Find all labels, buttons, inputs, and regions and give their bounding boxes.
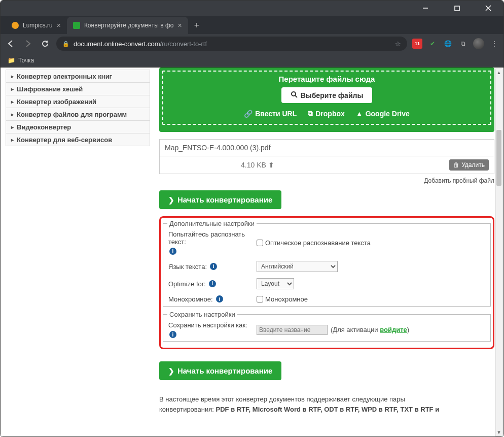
monochrome-label: Монохромное: [168, 295, 213, 303]
folder-icon: 📁 [8, 57, 15, 64]
info-icon[interactable]: i [169, 331, 176, 338]
main-panel: Перетащите файлы сюда Выберите файлы 🔗Вв… [150, 68, 503, 437]
start-conversion-button-top[interactable]: ❯Начать конвертирование [159, 190, 281, 209]
close-button[interactable] [477, 1, 499, 15]
save-name-input[interactable] [257, 325, 328, 335]
tab-lumpics[interactable]: Lumpics.ru × [6, 17, 67, 34]
url-path: /ru/convert-to-rtf [160, 40, 207, 48]
close-icon[interactable]: × [178, 21, 182, 29]
add-trial-row: Добавить пробный файл [159, 177, 494, 184]
svg-rect-1 [455, 6, 459, 11]
info-icon[interactable]: i [209, 280, 216, 287]
menu-icon[interactable]: ⋮ [489, 39, 499, 49]
new-tab-button[interactable]: + [194, 20, 200, 31]
info-icon[interactable]: i [216, 295, 223, 302]
back-button[interactable] [5, 38, 17, 50]
sidebar-item-label: Шифрование хешей [17, 85, 83, 93]
dropzone-inner: Перетащите файлы сюда Выберите файлы 🔗Вв… [162, 71, 491, 125]
file-size: 4.10 KB⬆ [241, 161, 274, 169]
row-save-settings: Сохранить настройки как: i (Для активаци… [163, 318, 490, 341]
reading-list-icon[interactable]: ⧉ [458, 39, 468, 49]
url-domain: document.online-convert.com [74, 40, 160, 48]
favicon-icon [73, 22, 80, 29]
bookmark-star-icon[interactable]: ☆ [395, 40, 401, 48]
file-name: Map_ENTSO-E-4.000.000 (3).pdf [159, 139, 494, 156]
ocr-checkbox[interactable] [257, 240, 263, 246]
optimize-select[interactable]: Layout [257, 278, 294, 289]
sidebar-item-label: Конвертер электронных книг [17, 73, 112, 80]
sidebar: ▸Конвертер электронных книг ▸Шифрование … [1, 68, 150, 437]
maximize-button[interactable] [446, 1, 468, 15]
delete-file-button[interactable]: 🗑Удалить [449, 159, 489, 171]
sidebar-item-video[interactable]: ▸Видеоконвертер [6, 120, 150, 133]
info-icon[interactable]: i [169, 248, 176, 255]
chevron-right-icon: ▸ [11, 137, 14, 143]
sidebar-item-webservice[interactable]: ▸Конвертер для веб-сервисов [6, 133, 150, 146]
scrollbar[interactable]: ▲ ▼ [495, 69, 502, 436]
url-input[interactable]: 🔒 document.online-convert.com/ru/convert… [56, 37, 407, 51]
forward-button[interactable] [22, 38, 34, 50]
chevron-right-icon: ❯ [168, 196, 174, 204]
extension-check-icon[interactable]: ✔ [427, 39, 438, 49]
fieldset-legend: Сохранить настройки [167, 311, 237, 318]
google-drive-link[interactable]: ▲Google Drive [356, 109, 410, 118]
sidebar-item-hash[interactable]: ▸Шифрование хешей [6, 82, 150, 95]
sidebar-item-label: Конвертер изображений [17, 98, 96, 106]
sidebar-item-software[interactable]: ▸Конвертер файлов для программ [6, 108, 150, 121]
row-optimize: Optimize for: i Layout [163, 275, 490, 292]
enter-url-link[interactable]: 🔗Ввести URL [244, 109, 297, 118]
svg-point-4 [292, 92, 296, 96]
google-drive-icon: ▲ [356, 110, 363, 118]
search-icon [291, 91, 298, 99]
language-select[interactable]: Английский [257, 261, 338, 272]
tab-label: Lumpics.ru [23, 22, 53, 29]
info-icon[interactable]: i [210, 263, 217, 270]
choose-files-button[interactable]: Выберите файлы [281, 87, 373, 103]
chevron-right-icon: ❯ [168, 367, 174, 375]
close-icon[interactable]: × [57, 21, 61, 29]
profile-avatar[interactable] [473, 38, 484, 49]
scroll-up-icon[interactable]: ▲ [496, 69, 502, 76]
dropzone[interactable]: Перетащите файлы сюда Выберите файлы 🔗Вв… [159, 68, 494, 132]
dropbox-link[interactable]: ⧉Dropbox [308, 109, 345, 118]
page-content: ▸Конвертер электронных книг ▸Шифрование … [1, 68, 503, 437]
scroll-thumb[interactable] [496, 130, 501, 186]
chevron-right-icon: ▸ [11, 99, 14, 105]
upload-icon: ⬆ [268, 161, 274, 169]
dropbox-icon: ⧉ [308, 109, 313, 118]
monochrome-checkbox-label: Монохромное [265, 295, 308, 303]
window-titlebar [1, 1, 503, 16]
sidebar-item-label: Видеоконвертер [17, 123, 71, 131]
address-bar: 🔒 document.online-convert.com/ru/convert… [1, 34, 503, 53]
scroll-down-icon[interactable]: ▼ [496, 429, 502, 436]
start-conversion-button-bottom[interactable]: ❯Начать конвертирование [159, 361, 281, 380]
chevron-right-icon: ▸ [11, 124, 14, 130]
sidebar-item-ebook[interactable]: ▸Конвертер электронных книг [6, 70, 150, 83]
tab-label: Конвертируйте документы в фо [84, 22, 174, 29]
ocr-checkbox-label: Оптическое распознавание текста [265, 239, 371, 247]
login-link[interactable]: войдите [380, 326, 407, 333]
bookmark-item[interactable]: Точка [18, 57, 34, 64]
extension-badge[interactable]: 11 [412, 39, 422, 49]
tab-convert[interactable]: Конвертируйте документы в фо × [67, 17, 188, 34]
optimize-label: Optimize for: [168, 280, 206, 288]
minimize-button[interactable] [414, 1, 437, 15]
settings-highlight: Дополнительные настройки Попытайтесь рас… [159, 216, 494, 349]
monochrome-checkbox[interactable] [257, 296, 263, 302]
save-after-text: (Для активации войдите) [331, 326, 409, 333]
row-monochrome: Монохромное: i Монохромное [163, 292, 490, 306]
add-trial-link[interactable]: Добавить пробный файл [424, 177, 494, 184]
save-settings-fieldset: Сохранить настройки Сохранить настройки … [163, 311, 491, 342]
sidebar-item-label: Конвертер файлов для программ [17, 111, 127, 118]
trash-icon: 🗑 [453, 161, 459, 169]
chevron-right-icon: ▸ [11, 74, 14, 79]
extension-globe-icon[interactable]: 🌐 [443, 39, 453, 49]
svg-line-5 [295, 95, 297, 97]
row-ocr: Попытайтесь распознать текст: i Оптическ… [163, 227, 490, 258]
reload-button[interactable] [39, 38, 51, 50]
chevron-right-icon: ▸ [11, 112, 14, 117]
sidebar-item-image[interactable]: ▸Конвертер изображений [6, 95, 150, 108]
dropzone-links: 🔗Ввести URL ⧉Dropbox ▲Google Drive [244, 109, 410, 118]
link-icon: 🔗 [244, 110, 253, 118]
ocr-label: Попытайтесь распознать текст: [168, 230, 257, 246]
